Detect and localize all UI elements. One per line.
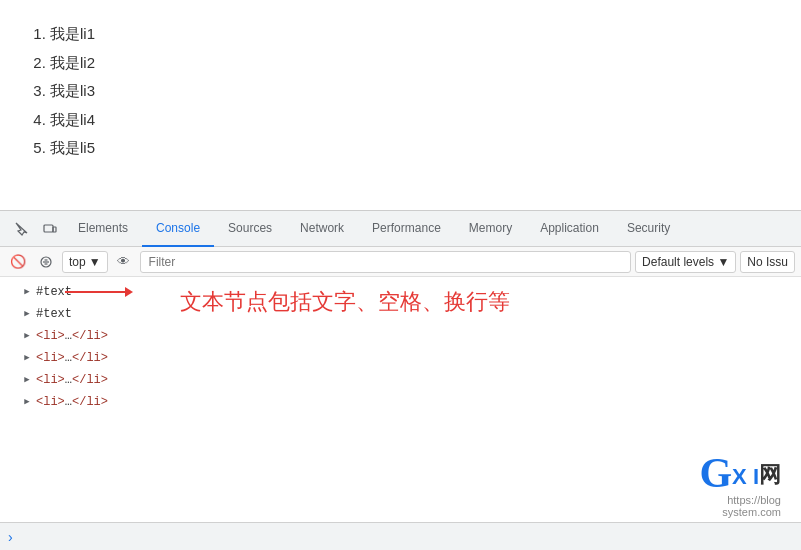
level-label: Default levels ▼ [642, 255, 729, 269]
tab-console[interactable]: Console [142, 211, 214, 247]
expand-arrow-2[interactable]: ▶ [20, 307, 34, 321]
list-container: 我是li1 我是li2 我是li3 我是li4 我是li5 [30, 20, 771, 163]
issues-button[interactable]: No Issu [740, 251, 795, 273]
expand-arrow-1[interactable]: ▶ [20, 285, 34, 299]
svg-rect-1 [53, 227, 56, 232]
filter-toggle-button[interactable] [34, 250, 58, 274]
svg-rect-0 [44, 225, 53, 232]
context-dropdown-icon: ▼ [89, 255, 101, 269]
level-selector[interactable]: Default levels ▼ [635, 251, 736, 273]
console-entry-li-4[interactable]: ▶ <li>…</li> [0, 391, 801, 413]
list-item-3: 我是li3 [50, 77, 771, 106]
list-item-1: 我是li1 [50, 20, 771, 49]
tab-security[interactable]: Security [613, 211, 684, 247]
tab-performance[interactable]: Performance [358, 211, 455, 247]
browser-content: 我是li1 我是li2 我是li3 我是li4 我是li5 [0, 0, 801, 210]
list-item-4: 我是li4 [50, 106, 771, 135]
tab-network[interactable]: Network [286, 211, 358, 247]
filter-input[interactable] [140, 251, 631, 273]
device-toggle-button[interactable] [36, 215, 64, 243]
expand-arrow-3[interactable]: ▶ [20, 329, 34, 343]
clear-console-button[interactable]: 🚫 [6, 250, 30, 274]
devtools-bottom-bar: › [0, 522, 801, 550]
expand-arrow-5[interactable]: ▶ [20, 373, 34, 387]
tab-sources[interactable]: Sources [214, 211, 286, 247]
inspect-element-button[interactable] [8, 215, 36, 243]
entry-li-text-3: <li>…</li> [36, 371, 108, 389]
tab-memory[interactable]: Memory [455, 211, 526, 247]
bottom-chevron-icon[interactable]: › [8, 529, 13, 545]
console-entry-text-2[interactable]: ▶ #text [0, 303, 801, 325]
tab-elements[interactable]: Elements [64, 211, 142, 247]
entry-li-text-4: <li>…</li> [36, 393, 108, 411]
expand-arrow-6[interactable]: ▶ [20, 395, 34, 409]
entry-text-2: #text [36, 305, 72, 323]
console-entry-li-2[interactable]: ▶ <li>…</li> [0, 347, 801, 369]
red-arrow-annotation [65, 287, 133, 297]
tab-application[interactable]: Application [526, 211, 613, 247]
console-entry-li-3[interactable]: ▶ <li>…</li> [0, 369, 801, 391]
entry-li-text-2: <li>…</li> [36, 349, 108, 367]
console-content[interactable]: ▶ #text ▶ #text ▶ <li>…</li> ▶ <li>…</li… [0, 277, 801, 523]
console-entry-li-1[interactable]: ▶ <li>…</li> [0, 325, 801, 347]
console-entry-text-1[interactable]: ▶ #text [0, 281, 801, 303]
context-selector[interactable]: top ▼ [62, 251, 108, 273]
console-toolbar: 🚫 top ▼ 👁 Default levels ▼ No Issu [0, 247, 801, 277]
issues-label: No Issu [747, 255, 788, 269]
context-label: top [69, 255, 86, 269]
list-item-5: 我是li5 [50, 134, 771, 163]
devtools-tab-bar: Elements Console Sources Network Perform… [0, 211, 801, 247]
ordered-list: 我是li1 我是li2 我是li3 我是li4 我是li5 [30, 20, 771, 163]
entry-li-text-1: <li>…</li> [36, 327, 108, 345]
eye-button[interactable]: 👁 [112, 250, 136, 274]
expand-arrow-4[interactable]: ▶ [20, 351, 34, 365]
devtools-panel: Elements Console Sources Network Perform… [0, 210, 801, 550]
devtools-tabs: Elements Console Sources Network Perform… [64, 211, 793, 247]
list-item-2: 我是li2 [50, 49, 771, 78]
